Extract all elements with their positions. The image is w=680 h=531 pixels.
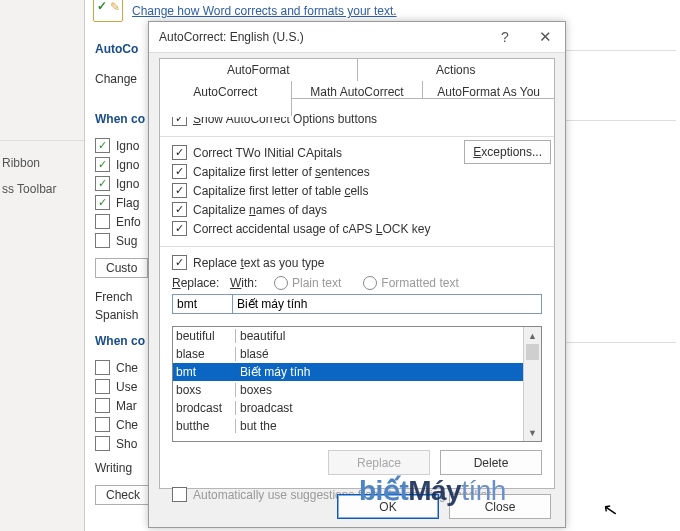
- chk-cap-table[interactable]: [172, 183, 187, 198]
- writing-style-label: Writing: [95, 461, 132, 475]
- close-button[interactable]: Close: [449, 494, 551, 519]
- radio-formatted[interactable]: Formatted text: [363, 276, 458, 290]
- list-row[interactable]: bmtBiết máy tính: [173, 363, 541, 381]
- list-row[interactable]: brodcastbroadcast: [173, 399, 541, 417]
- lbl-two-initial: Correct TWo INitial CApitals: [193, 146, 342, 160]
- autocorrect-dialog: AutoCorrect: English (U.S.) ? ✕ AutoForm…: [148, 21, 566, 528]
- bg-chk-3[interactable]: [95, 195, 110, 210]
- lbl-cap-days: Capitalize names of days: [193, 203, 327, 217]
- proofing-description: Change how Word corrects and formats you…: [132, 4, 397, 18]
- list-scrollbar[interactable]: ▲ ▼: [523, 327, 541, 441]
- exceptions-button[interactable]: Exceptions...: [464, 140, 551, 164]
- list-row[interactable]: boxsboxes: [173, 381, 541, 399]
- lbl-cap-sentence: Capitalize first letter of sentences: [193, 165, 370, 179]
- dialog-title: AutoCorrect: English (U.S.): [159, 30, 485, 44]
- bg-chk-1[interactable]: [95, 157, 110, 172]
- close-icon[interactable]: ✕: [525, 22, 565, 52]
- delete-button[interactable]: Delete: [440, 450, 542, 475]
- bg-chk-0[interactable]: [95, 138, 110, 153]
- tab-autoformat[interactable]: AutoFormat: [160, 59, 358, 81]
- replace-button: Replace: [328, 450, 430, 475]
- divider-2: [160, 246, 554, 247]
- spanish-modes-label: Spanish: [95, 308, 138, 322]
- dialog-titlebar[interactable]: AutoCorrect: English (U.S.) ? ✕: [149, 22, 565, 53]
- chk-auto-spell[interactable]: [172, 487, 187, 502]
- options-nav-sidebar: Ribbon ss Toolbar: [0, 0, 85, 531]
- with-label: With:: [230, 276, 264, 290]
- abc-check-icon: [93, 0, 123, 22]
- bg2-chk-1[interactable]: [95, 379, 110, 394]
- lbl-capslock: Correct accidental usage of cAPS LOCK ke…: [193, 222, 430, 236]
- radio-plain[interactable]: Plain text: [274, 276, 341, 290]
- nav-item-3[interactable]: [0, 202, 84, 214]
- scroll-thumb[interactable]: [526, 344, 539, 360]
- bg2-chk-2[interactable]: [95, 398, 110, 413]
- bg-chk-4[interactable]: [95, 214, 110, 229]
- replace-input[interactable]: [172, 294, 232, 314]
- bg2-chk-4[interactable]: [95, 436, 110, 451]
- check-doc-button[interactable]: Check: [95, 485, 151, 505]
- chk-cap-sentence[interactable]: [172, 164, 187, 179]
- replacements-list[interactable]: beutifulbeautifulblaseblasébmtBiết máy t…: [172, 326, 542, 442]
- divider: [160, 136, 554, 137]
- bg-chk-2[interactable]: [95, 176, 110, 191]
- chk-cap-days[interactable]: [172, 202, 187, 217]
- scroll-down-icon[interactable]: ▼: [524, 424, 541, 441]
- list-row[interactable]: blaseblasé: [173, 345, 541, 363]
- bg2-chk-0[interactable]: [95, 360, 110, 375]
- custom-dict-button[interactable]: Custo: [95, 258, 148, 278]
- list-row[interactable]: butthebut the: [173, 417, 541, 435]
- scroll-up-icon[interactable]: ▲: [524, 327, 541, 344]
- bg-chk-5[interactable]: [95, 233, 110, 248]
- tab-actions[interactable]: Actions: [358, 59, 555, 81]
- chk-capslock[interactable]: [172, 221, 187, 236]
- nav-item-ribbon[interactable]: Ribbon: [0, 150, 84, 176]
- lbl-cap-table: Capitalize first letter of table cells: [193, 184, 368, 198]
- list-row[interactable]: beutifulbeautiful: [173, 327, 541, 345]
- nav-item-toolbar[interactable]: ss Toolbar: [0, 176, 84, 202]
- lbl-replace-as-type: Replace text as you type: [193, 256, 324, 270]
- with-input[interactable]: [232, 294, 542, 314]
- ok-button[interactable]: OK: [337, 494, 439, 519]
- chk-replace-as-type[interactable]: [172, 255, 187, 270]
- tab-autocorrect[interactable]: AutoCorrect: [160, 81, 292, 117]
- help-button[interactable]: ?: [485, 22, 525, 52]
- replace-label: Replace:: [172, 276, 220, 290]
- chk-two-initial[interactable]: [172, 145, 187, 160]
- bg2-chk-3[interactable]: [95, 417, 110, 432]
- french-modes-label: French: [95, 290, 132, 304]
